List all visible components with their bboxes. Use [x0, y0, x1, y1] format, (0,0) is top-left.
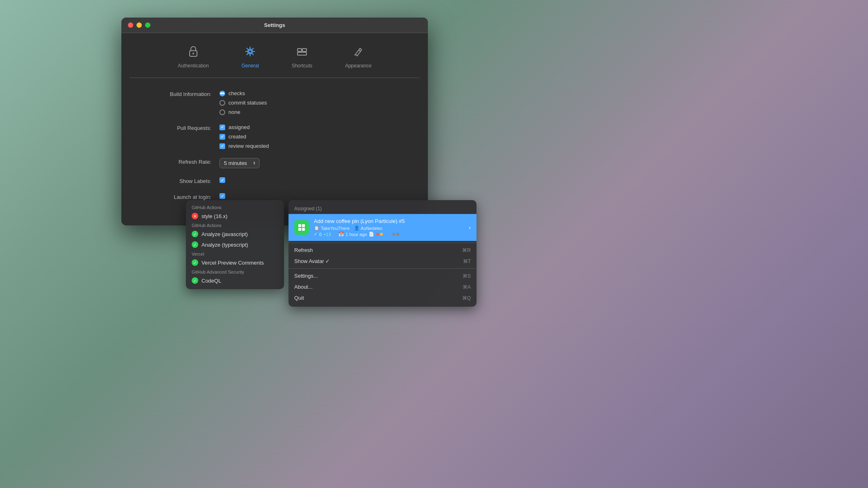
- dot-3: [384, 233, 387, 236]
- build-checks-row[interactable]: checks: [219, 90, 267, 96]
- svg-point-7: [296, 222, 307, 233]
- menu-item-quit[interactable]: Quit ⌘Q: [289, 292, 477, 303]
- status-fail-icon: ✕: [192, 213, 198, 219]
- refresh-label: Refresh: [294, 247, 313, 253]
- svg-rect-5: [302, 49, 306, 51]
- tab-shortcuts[interactable]: Shortcuts: [275, 41, 329, 73]
- settings-window: Settings Authentication General: [121, 18, 428, 225]
- about-shortcut: ⌘A: [463, 284, 471, 290]
- dropdown-arrow-icon: ⬍: [253, 161, 256, 165]
- pr-review-label: review requested: [228, 143, 269, 149]
- status-pass-icon-4: ✓: [192, 277, 198, 284]
- launch-at-login-label: Launch at login:: [154, 193, 219, 200]
- minimize-button[interactable]: [136, 22, 142, 28]
- svg-rect-10: [298, 228, 301, 231]
- pr-assigned-label: assigned: [228, 124, 250, 130]
- build-checks-radio[interactable]: [219, 91, 225, 96]
- menu-item-style-label: style (16.x): [201, 213, 228, 219]
- pr-created-checkbox[interactable]: ✓: [219, 134, 225, 140]
- menu-item-show-avatar[interactable]: Show Avatar ✓ ⌘T: [289, 256, 477, 267]
- menu-item-vercel[interactable]: ✓ Vercel Preview Comments: [186, 257, 284, 268]
- build-checks-label: checks: [228, 90, 245, 96]
- pull-requests-label: Pull Requests:: [154, 124, 219, 131]
- show-labels-label: Show Labels:: [154, 177, 219, 184]
- show-labels-checkbox[interactable]: ✓: [219, 177, 225, 183]
- pr-review-row[interactable]: ✓ review requested: [219, 143, 269, 149]
- menu-item-codeql[interactable]: ✓ CodeQL: [186, 275, 284, 286]
- show-labels-row: Show Labels: ✓: [154, 177, 395, 184]
- build-none-row[interactable]: none: [219, 109, 267, 115]
- show-avatar-label: Show Avatar ✓: [294, 258, 330, 264]
- vercel-section: Vercel: [186, 250, 284, 257]
- tab-general[interactable]: General: [225, 41, 275, 73]
- build-information-label: Build Information:: [154, 90, 219, 97]
- refresh-rate-row: Refresh Rate: 5 minutes ⬍: [154, 158, 395, 168]
- pr-stats: ✓ 0 +13 -2 📅 1 hour ago 📄: [314, 232, 464, 237]
- pr-created-label: created: [228, 134, 246, 140]
- svg-rect-11: [302, 228, 305, 231]
- build-information-row: Build Information: checks commit statuse…: [154, 90, 395, 115]
- quit-shortcut: ⌘Q: [462, 295, 471, 301]
- dot-4: [388, 233, 391, 236]
- tab-appearance[interactable]: Appearance: [329, 41, 388, 73]
- deletions: -2: [333, 232, 337, 237]
- show-avatar-shortcut: ⌘T: [463, 258, 471, 264]
- tab-authentication[interactable]: Authentication: [161, 41, 225, 73]
- refresh-rate-label: Refresh Rate:: [154, 158, 219, 165]
- launch-at-login-checkbox[interactable]: ✓: [219, 193, 225, 199]
- pr-created-row[interactable]: ✓ created: [219, 134, 269, 140]
- pr-meta: 📋 TakeYouThere 👤 AuNedelec: [314, 225, 464, 231]
- menu-item-analyze-js[interactable]: ✓ Analyze (javascript): [186, 229, 284, 239]
- maximize-button[interactable]: [145, 22, 150, 28]
- pull-requests-controls: ✓ assigned ✓ created ✓ review requested: [219, 124, 269, 149]
- build-commit-statuses-row[interactable]: commit statuses: [219, 100, 267, 106]
- menu-divider-2: [289, 268, 477, 269]
- pr-review-checkbox[interactable]: ✓: [219, 143, 225, 149]
- refresh-shortcut: ⌘R: [462, 247, 471, 253]
- menu-item-settings[interactable]: Settings... ⌘S: [289, 270, 477, 281]
- github-advanced-security-section: GitHub Advanced Security: [186, 268, 284, 275]
- main-context-menu: Assigned (1) Add new coffee pin (Lyon Pa…: [289, 200, 477, 307]
- svg-rect-4: [298, 49, 302, 51]
- tab-general-label: General: [242, 63, 259, 69]
- assigned-header: Assigned (1): [289, 203, 477, 214]
- checks-icon: ✓: [314, 232, 318, 237]
- launch-at-login-row: Launch at login: ✓: [154, 193, 395, 200]
- dot-2: [380, 233, 383, 236]
- pr-info: Add new coffee pin (Lyon Particule) #5 📋…: [314, 218, 464, 237]
- menu-item-refresh[interactable]: Refresh ⌘R: [289, 245, 477, 256]
- pr-assigned-checkbox[interactable]: ✓: [219, 125, 225, 130]
- authentication-icon: [187, 45, 199, 60]
- close-button[interactable]: [128, 22, 133, 28]
- refresh-rate-dropdown[interactable]: 5 minutes ⬍: [219, 158, 260, 168]
- github-actions-section-1: GitHub Actions: [186, 203, 284, 211]
- pr-item[interactable]: Add new coffee pin (Lyon Particule) #5 📋…: [289, 214, 477, 241]
- dot-1: [376, 233, 379, 236]
- build-commit-statuses-radio[interactable]: [219, 100, 225, 106]
- settings-shortcut: ⌘S: [463, 273, 471, 279]
- menu-item-about[interactable]: About... ⌘A: [289, 281, 477, 292]
- build-none-radio[interactable]: [219, 109, 225, 115]
- status-pass-icon-3: ✓: [192, 259, 198, 266]
- menu-item-style[interactable]: ✕ style (16.x): [186, 211, 284, 221]
- refresh-rate-value: 5 minutes: [224, 160, 247, 166]
- pr-avatar: [294, 220, 309, 235]
- pr-dots: [376, 233, 399, 236]
- general-icon: [244, 45, 256, 60]
- svg-rect-9: [302, 224, 305, 227]
- menu-item-analyze-ts[interactable]: ✓ Analyze (typescript): [186, 239, 284, 250]
- pr-assigned-row[interactable]: ✓ assigned: [219, 124, 269, 130]
- pr-author: 👤 AuNedelec: [354, 225, 383, 231]
- build-information-controls: checks commit statuses none: [219, 90, 267, 115]
- tab-appearance-label: Appearance: [345, 63, 371, 69]
- settings-label: Settings...: [294, 273, 318, 279]
- appearance-icon: [352, 45, 365, 60]
- pr-title: Add new coffee pin (Lyon Particule) #5: [314, 218, 464, 224]
- shortcuts-icon: [296, 45, 308, 60]
- pull-requests-row: Pull Requests: ✓ assigned ✓ created ✓ re…: [154, 124, 395, 149]
- quit-label: Quit: [294, 295, 304, 301]
- svg-point-2: [249, 50, 252, 53]
- additions: +13: [323, 232, 331, 237]
- file-icon: 📄: [369, 232, 374, 237]
- svg-rect-8: [298, 224, 301, 227]
